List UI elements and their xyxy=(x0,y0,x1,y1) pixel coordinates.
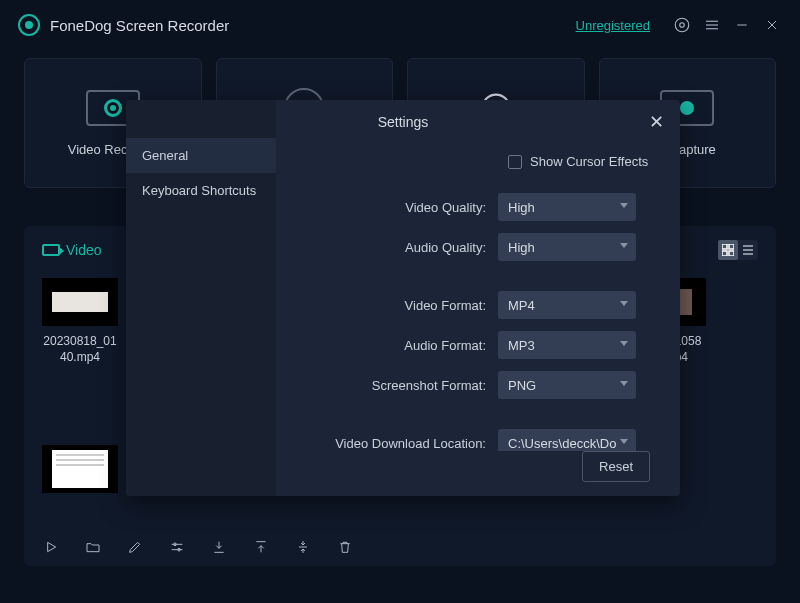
cursor-effects-checkbox[interactable] xyxy=(508,155,522,169)
svg-rect-9 xyxy=(722,244,727,249)
grid-view-button[interactable] xyxy=(718,240,738,260)
svg-point-0 xyxy=(675,18,689,32)
sliders-icon[interactable] xyxy=(168,538,186,556)
chevron-down-icon xyxy=(620,301,628,306)
video-format-select[interactable]: MP4 xyxy=(498,291,636,319)
download-location-label: Video Download Location: xyxy=(302,436,498,451)
tab-video[interactable]: Video xyxy=(42,242,102,258)
select-value: MP4 xyxy=(508,298,535,313)
app-title: FoneDog Screen Recorder xyxy=(50,17,576,34)
video-camera-icon xyxy=(42,244,60,256)
audio-format-label: Audio Format: xyxy=(302,338,498,353)
audio-quality-select[interactable]: High xyxy=(498,233,636,261)
select-value: PNG xyxy=(508,378,536,393)
gear-icon[interactable] xyxy=(672,15,692,35)
chevron-down-icon xyxy=(620,439,628,444)
minimize-icon[interactable] xyxy=(732,15,752,35)
reset-button[interactable]: Reset xyxy=(582,451,650,482)
compress-icon[interactable] xyxy=(294,538,312,556)
close-icon[interactable] xyxy=(762,15,782,35)
select-value: C:\Users\decck\Do xyxy=(508,436,616,451)
edit-icon[interactable] xyxy=(126,538,144,556)
chevron-down-icon xyxy=(620,381,628,386)
play-icon[interactable] xyxy=(42,538,60,556)
screenshot-format-select[interactable]: PNG xyxy=(498,371,636,399)
thumbnail-image xyxy=(42,445,118,493)
svg-marker-16 xyxy=(48,542,56,551)
audio-format-select[interactable]: MP3 xyxy=(498,331,636,359)
tab-label: Video xyxy=(66,242,102,258)
unregistered-link[interactable]: Unregistered xyxy=(576,18,650,33)
sidebar-item-general[interactable]: General xyxy=(126,138,276,173)
thumbnail-image xyxy=(42,278,118,326)
chevron-down-icon xyxy=(620,243,628,248)
select-value: MP3 xyxy=(508,338,535,353)
video-thumbnail[interactable]: 20230818_0140.mp4 xyxy=(42,278,118,365)
video-quality-label: Video Quality: xyxy=(302,200,498,215)
select-value: High xyxy=(508,200,535,215)
share-icon[interactable] xyxy=(252,538,270,556)
screenshot-format-label: Screenshot Format: xyxy=(302,378,498,393)
chevron-down-icon xyxy=(620,203,628,208)
folder-icon[interactable] xyxy=(84,538,102,556)
download-location-field[interactable]: C:\Users\decck\Do xyxy=(498,429,636,451)
sidebar-item-shortcuts[interactable]: Keyboard Shortcuts xyxy=(126,173,276,208)
video-quality-select[interactable]: High xyxy=(498,193,636,221)
svg-rect-12 xyxy=(729,251,734,256)
download-icon[interactable] xyxy=(210,538,228,556)
select-value: High xyxy=(508,240,535,255)
menu-icon[interactable] xyxy=(702,15,722,35)
svg-rect-11 xyxy=(722,251,727,256)
settings-modal: Settings ✕ General Keyboard Shortcuts Sh… xyxy=(126,100,680,496)
chevron-down-icon xyxy=(620,341,628,346)
trash-icon[interactable] xyxy=(336,538,354,556)
audio-quality-label: Audio Quality: xyxy=(302,240,498,255)
video-format-label: Video Format: xyxy=(302,298,498,313)
svg-point-1 xyxy=(680,23,685,28)
app-logo xyxy=(18,14,40,36)
video-thumbnail[interactable] xyxy=(42,445,118,493)
svg-rect-10 xyxy=(729,244,734,249)
close-icon[interactable]: ✕ xyxy=(646,112,666,132)
thumbnail-label: 20230818_0140.mp4 xyxy=(43,334,116,365)
list-view-button[interactable] xyxy=(738,240,758,260)
cursor-effects-label: Show Cursor Effects xyxy=(530,154,648,169)
